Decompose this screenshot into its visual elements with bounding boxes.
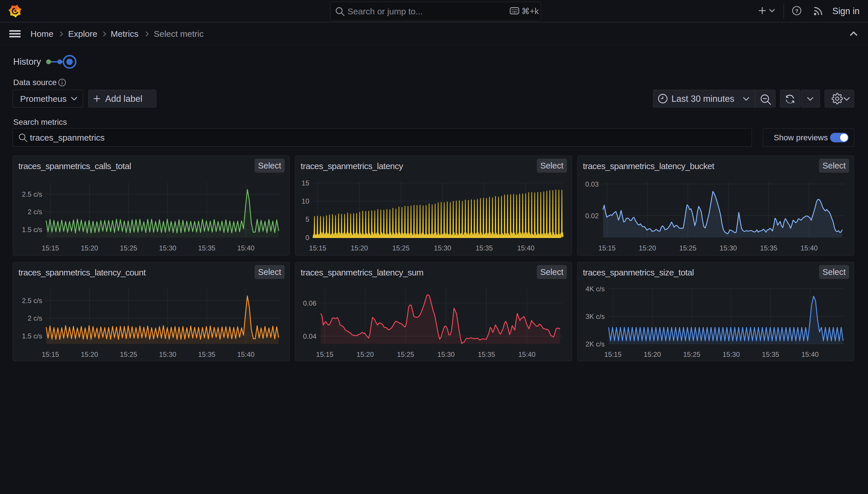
svg-text:15:25: 15:25 bbox=[397, 350, 414, 358]
svg-text:?: ? bbox=[795, 8, 798, 14]
svg-text:15:30: 15:30 bbox=[720, 244, 737, 252]
svg-text:15:30: 15:30 bbox=[437, 350, 455, 358]
svg-text:2.5 c/s: 2.5 c/s bbox=[22, 190, 42, 198]
svg-text:15:25: 15:25 bbox=[392, 244, 410, 252]
svg-text:15:20: 15:20 bbox=[351, 244, 368, 252]
svg-text:15:30: 15:30 bbox=[159, 350, 176, 358]
svg-text:0.02: 0.02 bbox=[585, 212, 599, 220]
svg-text:15:15: 15:15 bbox=[316, 350, 333, 358]
svg-text:15:30: 15:30 bbox=[723, 350, 740, 358]
svg-text:15:25: 15:25 bbox=[679, 244, 696, 252]
svg-text:15:15: 15:15 bbox=[598, 244, 616, 252]
svg-text:1.5 c/s: 1.5 c/s bbox=[22, 226, 42, 233]
svg-text:2K c/s: 2K c/s bbox=[586, 340, 605, 348]
svg-text:15:15: 15:15 bbox=[42, 244, 59, 252]
svg-text:15:25: 15:25 bbox=[120, 244, 137, 252]
svg-text:0.03: 0.03 bbox=[585, 180, 599, 188]
svg-text:15:15: 15:15 bbox=[42, 350, 59, 358]
svg-text:15:30: 15:30 bbox=[159, 244, 176, 252]
svg-text:0.04: 0.04 bbox=[303, 332, 316, 340]
svg-text:15:25: 15:25 bbox=[120, 350, 137, 358]
svg-text:15:20: 15:20 bbox=[644, 350, 661, 358]
svg-text:15:20: 15:20 bbox=[356, 350, 374, 358]
svg-text:15:25: 15:25 bbox=[683, 350, 701, 358]
svg-text:10: 10 bbox=[301, 197, 309, 205]
svg-text:15:35: 15:35 bbox=[760, 244, 777, 252]
svg-text:15:40: 15:40 bbox=[801, 350, 818, 358]
svg-text:15:15: 15:15 bbox=[604, 350, 622, 358]
svg-text:2 c/s: 2 c/s bbox=[27, 314, 42, 322]
svg-text:1.5 c/s: 1.5 c/s bbox=[22, 332, 42, 340]
svg-text:15:30: 15:30 bbox=[434, 244, 451, 252]
svg-text:0: 0 bbox=[305, 234, 309, 242]
svg-text:4K c/s: 4K c/s bbox=[586, 285, 605, 293]
svg-text:15:35: 15:35 bbox=[762, 350, 779, 358]
svg-text:15: 15 bbox=[301, 179, 309, 187]
svg-text:15:15: 15:15 bbox=[309, 244, 326, 252]
svg-text:15:40: 15:40 bbox=[801, 244, 818, 252]
svg-text:5: 5 bbox=[305, 215, 309, 223]
svg-text:15:35: 15:35 bbox=[478, 350, 495, 358]
svg-text:15:40: 15:40 bbox=[517, 244, 534, 252]
svg-text:15:40: 15:40 bbox=[237, 350, 254, 358]
svg-text:15:35: 15:35 bbox=[476, 244, 493, 252]
svg-text:2.5 c/s: 2.5 c/s bbox=[22, 297, 42, 304]
svg-text:15:40: 15:40 bbox=[237, 244, 254, 252]
svg-text:2 c/s: 2 c/s bbox=[27, 208, 42, 216]
svg-text:0.06: 0.06 bbox=[303, 299, 316, 307]
svg-text:15:20: 15:20 bbox=[639, 244, 656, 252]
svg-text:15:20: 15:20 bbox=[81, 350, 98, 358]
svg-text:3K c/s: 3K c/s bbox=[586, 312, 605, 320]
svg-text:15:40: 15:40 bbox=[518, 350, 535, 358]
svg-text:15:35: 15:35 bbox=[198, 350, 215, 358]
svg-text:15:20: 15:20 bbox=[81, 244, 98, 252]
svg-text:15:35: 15:35 bbox=[198, 244, 215, 252]
